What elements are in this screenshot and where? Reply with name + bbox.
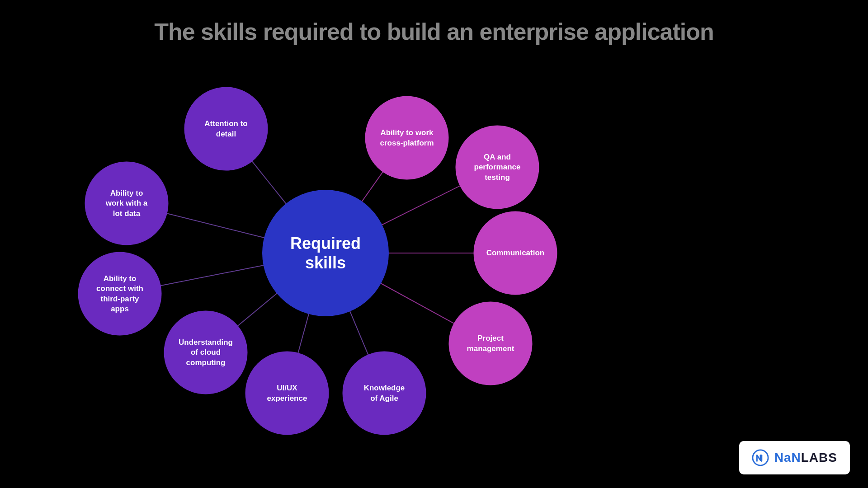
skills-diagram: Required skills Attention todetail Abili… — [0, 54, 868, 488]
node-cloud: Understandingof cloudcomputing — [164, 311, 248, 394]
node-qa-testing: QA andperformancetesting — [456, 126, 539, 209]
node-uiux: UI/UXexperience — [245, 352, 329, 435]
nanlabs-logo-icon — [752, 449, 769, 466]
nanlabs-text: NaNLABS — [774, 450, 837, 465]
node-attention-detail: Attention todetail — [184, 87, 268, 171]
node-cross-platform: Ability to workcross-platform — [365, 96, 449, 180]
title: The skills required to build an enterpri… — [0, 18, 868, 45]
node-agile: Knowledgeof Agile — [343, 352, 426, 435]
node-project-management: Projectmanagement — [449, 302, 533, 385]
center-node: Required skills — [262, 190, 389, 316]
node-connect: Ability toconnect withthird-partyapps — [78, 252, 162, 336]
node-data: Ability towork with alot data — [85, 162, 169, 245]
nanlabs-badge: NaNLABS — [739, 441, 850, 474]
node-communication: Communication — [474, 211, 557, 295]
